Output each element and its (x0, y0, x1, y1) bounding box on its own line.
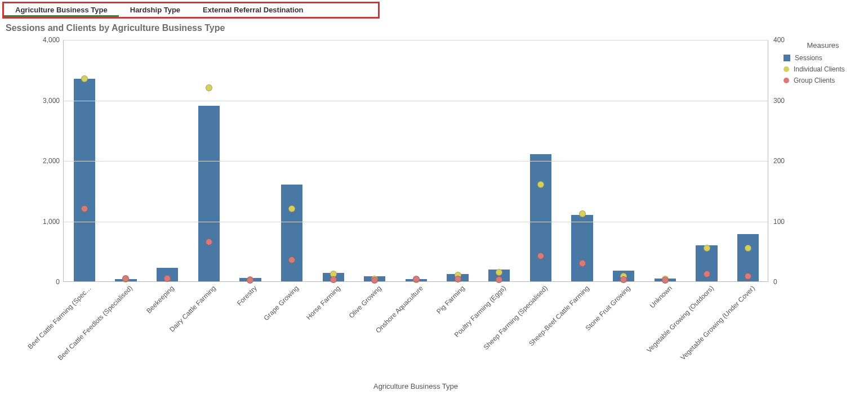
dot-individual-clients[interactable] (206, 84, 212, 91)
dot-group-clients[interactable] (455, 276, 461, 282)
dot-group-clients[interactable] (537, 253, 544, 259)
tab-bar: Agriculture Business Type Hardship Type … (2, 2, 380, 19)
dot-group-clients[interactable] (81, 205, 88, 212)
dot-individual-clients[interactable] (745, 245, 751, 252)
plot-frame (63, 40, 768, 282)
legend-label: Group Clients (794, 77, 835, 84)
dot-group-clients[interactable] (496, 276, 502, 283)
dot-group-clients[interactable] (371, 277, 378, 284)
x-category-label: Vegetable Growing (Under Cover) (671, 284, 756, 369)
x-category-label: Horse Farming (256, 284, 341, 369)
dot-group-clients[interactable] (579, 260, 586, 267)
tab-agriculture-business-type[interactable]: Agriculture Business Type (4, 3, 119, 17)
dot-individual-clients[interactable] (81, 75, 88, 82)
x-category-label: Forestry (173, 284, 259, 369)
x-category-label: Unknown (588, 284, 673, 369)
x-category-label: Sheep-Beef Cattle Farming (505, 284, 590, 369)
legend: Measures Sessions Individual Clients Gro… (780, 41, 866, 88)
x-category-label: Beef Cattle Feedlots (Specialised) (49, 284, 134, 369)
dot-individual-clients[interactable] (496, 269, 502, 276)
dot-group-clients[interactable] (413, 276, 420, 282)
dot-individual-clients[interactable] (579, 210, 586, 217)
x-category-label: Vegetable Growing (Outdoors) (630, 284, 715, 369)
gridline (64, 101, 768, 101)
dot-individual-clients[interactable] (704, 245, 710, 252)
dot-individual-clients[interactable] (288, 205, 295, 212)
gridline (64, 40, 768, 41)
dot-group-clients[interactable] (206, 239, 212, 245)
x-axis-title: Agriculture Business Type (63, 382, 768, 390)
y2-tick: 100 (773, 218, 796, 226)
legend-label: Individual Clients (794, 65, 845, 73)
dot-individual-clients[interactable] (537, 181, 544, 188)
y2-tick: 400 (773, 36, 796, 44)
x-category-label: Dairy Cattle Farming (132, 284, 217, 369)
dot-group-clients[interactable] (662, 277, 669, 284)
y1-tick: 0 (37, 278, 60, 286)
swatch-dot-icon (784, 66, 789, 72)
x-category-label: Beef Cattle Farming (Spec… (7, 284, 92, 369)
dot-group-clients[interactable] (704, 271, 710, 277)
chart-area: Sessions Individual Clients, Group Clien… (0, 34, 868, 394)
x-category-label: Grape Growing (215, 284, 300, 369)
tab-hardship-type[interactable]: Hardship Type (119, 3, 192, 17)
y2-tick: 200 (773, 157, 796, 165)
y2-tick: 300 (773, 97, 796, 105)
legend-item-individual-clients[interactable]: Individual Clients (780, 65, 866, 73)
x-category-label: Poultry Farming (Eggs) (422, 284, 508, 369)
dot-group-clients[interactable] (164, 275, 171, 282)
y1-tick: 2,000 (37, 157, 60, 165)
x-category-label: Sheep Farming (Specialised) (464, 284, 549, 369)
x-category-label: Olive Growing (298, 284, 383, 369)
gridline (64, 161, 768, 161)
x-category-label: Beekeeping (91, 284, 176, 369)
chart-title: Sessions and Clients by Agriculture Busi… (6, 23, 868, 33)
dot-group-clients[interactable] (122, 275, 129, 282)
x-category-label: Pig Farming (381, 284, 466, 369)
dot-group-clients[interactable] (247, 277, 253, 284)
dot-group-clients[interactable] (330, 276, 337, 283)
y2-tick: 0 (773, 278, 796, 286)
swatch-dot-icon (784, 78, 789, 83)
y1-tick: 1,000 (37, 218, 60, 226)
x-category-label: Stone Fruit Growing (547, 284, 632, 369)
swatch-bar-icon (784, 55, 790, 61)
gridline (64, 222, 768, 222)
tab-external-referral-destination[interactable]: External Referral Destination (192, 3, 314, 17)
y1-tick: 4,000 (37, 36, 60, 44)
legend-label: Sessions (795, 54, 822, 62)
dot-group-clients[interactable] (288, 257, 295, 263)
y1-tick: 3,000 (37, 97, 60, 105)
x-category-label: Onshore Aquaculture (340, 284, 425, 369)
dot-group-clients[interactable] (745, 273, 751, 280)
x-labels-layer: Beef Cattle Farming (Spec…Beef Cattle Fe… (63, 284, 768, 397)
dot-group-clients[interactable] (620, 276, 627, 283)
legend-item-group-clients[interactable]: Group Clients (780, 77, 866, 84)
legend-item-sessions[interactable]: Sessions (780, 54, 866, 62)
